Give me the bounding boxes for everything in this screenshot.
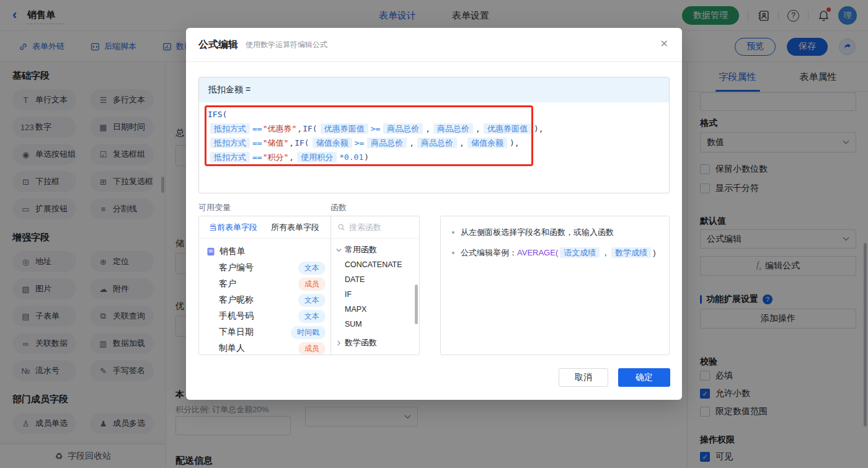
search-icon	[337, 223, 345, 231]
formula-token: 抵扣方式	[210, 152, 250, 162]
formula-token: ,	[297, 124, 302, 133]
formula-token: 商品总价	[383, 123, 423, 134]
variable-field-row[interactable]: 下单日期 时间戳	[199, 324, 335, 340]
variables-tab[interactable]: 当前表单字段	[209, 222, 257, 233]
formula-token: 商品总价	[367, 138, 407, 148]
formula-token: ==	[252, 138, 262, 148]
formula-token: 优惠券面值	[484, 123, 531, 134]
formula-code-area[interactable]: IFS( 抵扣方式=="优惠券",IF(优惠券面值>=商品总价,商品总价,优惠券…	[199, 102, 669, 164]
function-group: 数学函数	[331, 335, 419, 350]
variables-tabs: 当前表单字段所有表单字段	[199, 216, 335, 239]
formula-token: 抵扣方式	[210, 123, 250, 134]
formula-token: ,	[476, 124, 480, 133]
chevron-right-icon	[336, 247, 342, 253]
formula-token: 储值余额	[312, 138, 352, 148]
tip-example-line: 公式编辑举例：AVERAGE(语文成绩，数学成绩)	[452, 247, 660, 259]
formula-token: IFS(	[208, 110, 227, 119]
variable-field-name: 客户昵称	[219, 294, 254, 306]
form-name: 销售单	[219, 246, 246, 257]
formula-token: >=	[355, 138, 365, 148]
variable-field-name: 手机号码	[219, 311, 254, 322]
variable-field-row[interactable]: 手机号码 文本	[199, 308, 335, 324]
formula-line: 抵扣方式=="储值",IF(储值余额>=商品总价,商品总价,储值余额),	[208, 136, 669, 150]
function-group-header[interactable]: 常用函数	[331, 242, 419, 257]
function-item[interactable]: IF	[331, 287, 419, 302]
function-group: 文本函数	[331, 354, 419, 355]
formula-token: ,	[409, 138, 414, 148]
formula-token: 商品总价	[433, 123, 473, 134]
formula-token: >=	[371, 124, 381, 133]
function-group: 常用函数 CONCATENATEDATEIFMAPXSUM	[331, 242, 419, 332]
confirm-button[interactable]: 确定	[618, 368, 670, 387]
variable-field-name: 客户	[219, 278, 236, 289]
function-group-header[interactable]: 数学函数	[331, 335, 419, 350]
function-group-name: 常用函数	[345, 244, 377, 255]
formula-token: ),	[510, 138, 520, 148]
formula-line: 抵扣方式=="优惠券",IF(优惠券面值>=商品总价,商品总价,优惠券面值),	[208, 121, 669, 136]
functions-panel: 常用函数 CONCATENATEDATEIFMAPXSUM 数学函数	[330, 216, 420, 355]
formula-token: IF(	[294, 138, 309, 148]
cancel-button[interactable]: 取消	[559, 368, 608, 387]
variables-label: 可用变量	[198, 202, 231, 213]
function-group-name: 数学函数	[345, 337, 377, 348]
variable-field-name: 客户编号	[219, 262, 254, 273]
functions-scrollbar-thumb[interactable]	[415, 285, 418, 324]
field-type-badge: 成员	[298, 278, 326, 291]
function-item[interactable]: SUM	[331, 317, 419, 332]
formula-line: 抵扣方式=="积分",使用积分*0.01)	[208, 150, 669, 164]
example-function-name: AVERAGE(	[517, 248, 558, 257]
field-type-badge: 文本	[298, 262, 326, 275]
modal-subtitle: 使用数学运算符编辑公式	[246, 40, 327, 50]
form-tree-root[interactable]: 销售单	[199, 239, 335, 260]
formula-token: *0.01	[339, 152, 363, 162]
formula-token: 储值余额	[467, 138, 507, 148]
variable-field-row[interactable]: 客户编号 文本	[199, 260, 335, 276]
functions-label: 函数	[330, 202, 347, 213]
function-item[interactable]: CONCATENATE	[331, 257, 419, 272]
function-item[interactable]: MAPX	[331, 302, 419, 317]
formula-token: 抵扣方式	[210, 138, 250, 148]
variable-field-name: 制单人	[219, 343, 245, 354]
formula-token: ==	[252, 152, 262, 162]
function-search	[331, 216, 419, 239]
function-item[interactable]: DATE	[331, 272, 419, 287]
field-type-badge: 文本	[298, 310, 326, 323]
formula-editor-modal: 公式编辑 使用数学运算符编辑公式 ✕ 抵扣金额 = IFS( 抵扣方式=="优惠…	[186, 28, 682, 400]
formula-token: 商品总价	[417, 138, 457, 148]
function-group-header[interactable]: 文本函数	[331, 354, 419, 355]
variable-field-row[interactable]: 制单人 成员	[199, 340, 335, 355]
formula-token: "储值"	[263, 138, 289, 148]
form-doc-icon	[206, 247, 215, 256]
example-field-chip: 语文成绩	[560, 247, 600, 258]
formula-token: IF(	[303, 124, 317, 133]
form-designer-screen: ‹ 销售单 表单设计表单设置 数据管理 ?	[0, 0, 868, 468]
formula-token: 优惠券面值	[321, 123, 368, 134]
formula-line: IFS(	[208, 107, 669, 121]
chevron-right-icon	[336, 340, 342, 346]
variable-field-name: 下单日期	[219, 327, 254, 338]
variables-tab[interactable]: 所有表单字段	[271, 222, 319, 233]
formula-token: ==	[252, 124, 262, 133]
variables-panel: 当前表单字段所有表单字段 销售单 客户编号 文本 客户 成员 客户昵称 文本	[198, 216, 336, 355]
example-field-chip: 数学成绩	[611, 247, 651, 258]
variable-field-row[interactable]: 客户昵称 文本	[199, 292, 335, 308]
modal-header: 公式编辑 使用数学运算符编辑公式 ✕	[186, 28, 682, 62]
formula-token: 使用积分	[297, 152, 337, 162]
variable-field-row[interactable]: 客户 成员	[199, 276, 335, 292]
formula-token: ,	[289, 152, 294, 162]
formula-token: ,	[459, 138, 464, 148]
field-type-badge: 文本	[298, 294, 326, 307]
formula-target-bar: 抵扣金额 =	[199, 77, 669, 102]
formula-token: ,	[425, 124, 430, 133]
formula-target-label: 抵扣金额 =	[208, 84, 250, 95]
formula-token: ,	[289, 138, 294, 148]
formula-token: ),	[534, 124, 544, 133]
function-search-input[interactable]	[349, 223, 406, 232]
field-type-badge: 时间戳	[291, 326, 326, 339]
close-icon[interactable]: ✕	[660, 39, 668, 49]
formula-editor[interactable]: 抵扣金额 = IFS( 抵扣方式=="优惠券",IF(优惠券面值>=商品总价,商…	[198, 77, 670, 193]
field-type-badge: 成员	[298, 342, 326, 355]
formula-token: "积分"	[263, 152, 289, 162]
tips-panel: 从左侧面板选择字段名和函数，或输入函数 公式编辑举例：AVERAGE(语文成绩，…	[440, 216, 670, 355]
formula-token: "优惠券"	[263, 124, 297, 133]
